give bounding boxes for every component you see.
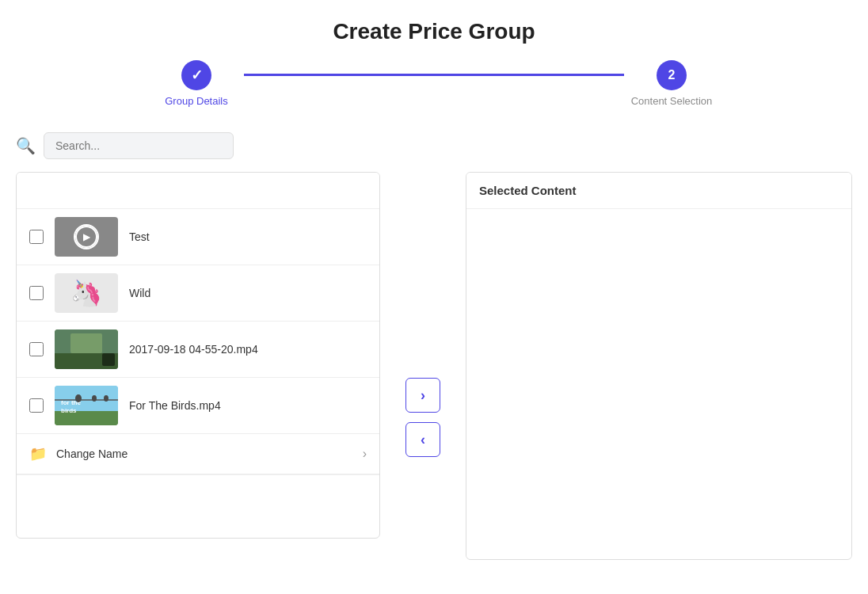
page-title: Create Price Group	[0, 0, 868, 60]
step-2-number: 2	[668, 68, 676, 82]
label-video1: 2017-09-18 04-55-20.mp4	[129, 343, 367, 356]
checkbox-birds[interactable]	[29, 398, 44, 413]
empty-row	[17, 474, 379, 538]
thumb-video1	[55, 329, 118, 369]
search-bar: 🔍	[0, 132, 868, 159]
transfer-arrows: › ‹	[380, 378, 466, 457]
step-connector	[244, 74, 624, 76]
checkbox-video1[interactable]	[29, 342, 44, 356]
thumb-video1-svg	[55, 329, 118, 369]
svg-point-8	[75, 394, 82, 402]
checkbox-test[interactable]	[29, 230, 44, 244]
label-wild: Wild	[129, 287, 367, 299]
right-panel: Selected Content	[466, 172, 852, 560]
checkbox-wild[interactable]	[29, 286, 44, 300]
label-birds: For The Birds.mp4	[129, 399, 367, 412]
stepper: ✓ Group Details 2 Content Selection	[0, 60, 868, 107]
thumb-birds: for the birds	[55, 386, 118, 425]
thumb-birds-svg: for the birds	[55, 386, 118, 425]
thumb-wild: 🦄	[55, 273, 118, 313]
label-test: Test	[129, 230, 367, 243]
chevron-right-icon: ›	[363, 447, 367, 461]
step-1-check: ✓	[191, 67, 203, 84]
list-item: for the birds For The Birds.mp4	[17, 378, 379, 434]
main-layout: ▶ Test 🦄 Wild 2017-09-18 04-55-20.mp4	[0, 172, 868, 560]
svg-rect-2	[70, 333, 102, 353]
list-item: 2017-09-18 04-55-20.mp4	[17, 322, 379, 378]
search-input[interactable]	[44, 132, 234, 159]
wild-icon: 🦄	[70, 280, 102, 306]
search-icon: 🔍	[16, 136, 36, 155]
list-item: ▶ Test	[17, 209, 379, 265]
list-item: 🦄 Wild	[17, 265, 379, 322]
panel-header	[17, 173, 379, 209]
step-1-label: Group Details	[165, 95, 227, 107]
step-2: 2 Content Selection	[624, 60, 719, 107]
thumb-test: ▶	[55, 217, 118, 257]
folder-icon: 📁	[29, 445, 47, 463]
move-right-button[interactable]: ›	[405, 378, 440, 413]
step-1-circle: ✓	[181, 60, 211, 90]
svg-point-9	[92, 395, 97, 402]
folder-label: Change Name	[56, 447, 353, 460]
svg-point-10	[104, 395, 108, 402]
folder-row-change-name[interactable]: 📁 Change Name ›	[17, 434, 379, 474]
right-panel-body	[466, 209, 851, 558]
svg-rect-1	[55, 353, 118, 369]
left-panel: ▶ Test 🦄 Wild 2017-09-18 04-55-20.mp4	[16, 172, 380, 539]
right-panel-header: Selected Content	[466, 173, 851, 209]
move-left-button[interactable]: ‹	[405, 422, 440, 457]
step-2-circle: 2	[657, 60, 687, 90]
svg-text:birds: birds	[61, 407, 77, 414]
step-2-label: Content Selection	[631, 95, 713, 107]
step-1: ✓ Group Details	[149, 60, 244, 107]
